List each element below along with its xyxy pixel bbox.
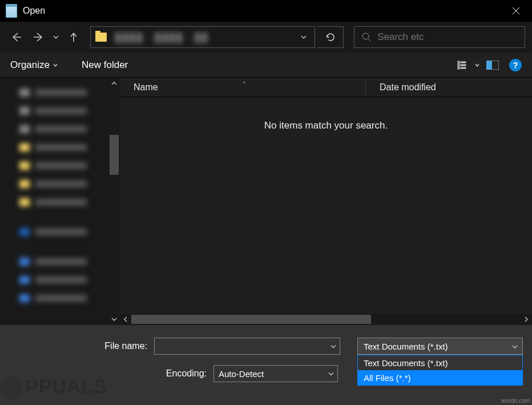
address-path: ████ › ████ › ██	[115, 33, 297, 42]
scrollbar-track[interactable]	[131, 314, 521, 325]
chevron-down-icon	[53, 63, 58, 67]
window-title: Open	[23, 6, 500, 16]
folder-icon	[95, 33, 107, 42]
navigation-bar: ████ › ████ › ██	[0, 22, 532, 53]
scroll-left-button[interactable]	[120, 314, 131, 325]
filetype-select[interactable]: Text Documents (*.txt)	[357, 338, 523, 355]
chevron-up-icon	[111, 81, 117, 86]
sidebar-item[interactable]	[0, 193, 120, 211]
scroll-down-button[interactable]	[108, 314, 120, 325]
organize-label: Organize	[10, 59, 50, 71]
chevron-right-icon	[523, 316, 529, 322]
close-icon	[512, 7, 520, 15]
svg-rect-7	[458, 61, 460, 69]
arrow-left-icon	[10, 30, 23, 44]
chevron-down-icon	[111, 316, 117, 322]
refresh-button[interactable]	[317, 26, 344, 48]
address-history-button[interactable]	[297, 34, 310, 40]
search-icon	[361, 32, 370, 42]
source-credit: wsxdn.com	[501, 398, 530, 404]
recent-locations-button[interactable]	[50, 27, 62, 47]
filename-label: File name:	[8, 341, 154, 351]
notepad-app-icon	[6, 4, 17, 18]
filetype-filter: Text Documents (*.txt) Text Documents (*…	[357, 338, 523, 386]
filetype-option-all[interactable]: All Files (*.*)	[358, 370, 522, 385]
horizontal-scrollbar[interactable]	[120, 314, 532, 325]
sidebar-scrollbar[interactable]	[108, 78, 120, 325]
preview-pane-icon	[486, 61, 499, 70]
arrow-up-icon	[68, 31, 79, 43]
filename-input[interactable]	[154, 338, 340, 355]
filetype-dropdown-list: Text Documents (*.txt) All Files (*.*)	[357, 355, 523, 386]
forward-button[interactable]	[29, 27, 48, 47]
chevron-left-icon	[123, 316, 128, 322]
encoding-select[interactable]: Auto-Detect	[213, 365, 338, 382]
sidebar-item[interactable]	[0, 157, 120, 175]
filename-history-button[interactable]	[331, 342, 336, 351]
column-name-label: Name	[134, 82, 158, 92]
address-bar[interactable]: ████ › ████ › ██	[90, 26, 315, 48]
svg-point-5	[362, 33, 369, 39]
scroll-up-button[interactable]	[108, 78, 120, 89]
svg-rect-9	[461, 65, 466, 66]
new-folder-button[interactable]: New folder	[82, 59, 128, 71]
column-headers: ˄ Name Date modified	[120, 78, 532, 97]
scrollbar-thumb[interactable]	[131, 315, 371, 324]
title-bar: Open	[0, 0, 532, 22]
help-icon: ?	[513, 60, 518, 70]
sidebar-item[interactable]	[0, 252, 120, 271]
filetype-option-txt[interactable]: Text Documents (*.txt)	[358, 355, 522, 370]
arrow-right-icon	[31, 30, 45, 44]
file-list-area: ˄ Name Date modified No items match your…	[120, 78, 532, 325]
svg-line-6	[368, 39, 370, 42]
watermark: PPUALS	[0, 375, 107, 399]
view-dropdown-button[interactable]	[473, 57, 482, 73]
column-header-name[interactable]: ˄ Name	[120, 82, 365, 93]
search-box[interactable]	[354, 26, 525, 48]
sidebar-item[interactable]	[0, 83, 120, 102]
sidebar-item[interactable]	[0, 289, 120, 307]
sidebar-item[interactable]	[0, 102, 120, 120]
chevron-down-icon	[512, 344, 518, 350]
scrollbar-track[interactable]	[108, 89, 120, 314]
chevron-down-icon	[328, 371, 334, 377]
scrollbar-thumb[interactable]	[110, 135, 119, 175]
view-list-icon	[457, 60, 467, 70]
back-button[interactable]	[7, 27, 26, 47]
empty-state-message: No items match your search.	[120, 97, 532, 314]
command-toolbar: Organize New folder ?	[0, 53, 532, 78]
chevron-down-icon	[475, 63, 479, 67]
svg-rect-10	[461, 67, 466, 69]
sidebar-item[interactable]	[0, 175, 120, 193]
search-input[interactable]	[377, 31, 518, 43]
chevron-down-icon	[301, 34, 307, 40]
navigation-sidebar[interactable]	[0, 78, 120, 325]
sidebar-item[interactable]	[0, 120, 120, 138]
svg-rect-12	[486, 61, 492, 70]
chevron-down-icon	[53, 34, 59, 40]
scroll-right-button[interactable]	[521, 314, 532, 325]
preview-pane-button[interactable]	[484, 57, 501, 73]
close-button[interactable]	[500, 0, 532, 22]
encoding-value: Auto-Detect	[219, 369, 264, 379]
chevron-down-icon	[331, 344, 336, 350]
sidebar-item[interactable]	[0, 223, 120, 241]
bottom-panel: PPUALS File name: Encoding: Auto-Detect …	[0, 325, 532, 405]
filetype-selected: Text Documents (*.txt)	[364, 342, 448, 351]
change-view-button[interactable]	[453, 57, 470, 73]
sidebar-item[interactable]	[0, 138, 120, 157]
dialog-body: ˄ Name Date modified No items match your…	[0, 78, 532, 325]
sidebar-item[interactable]	[0, 271, 120, 289]
up-button[interactable]	[64, 27, 83, 47]
refresh-icon	[325, 32, 336, 42]
help-button[interactable]: ?	[509, 59, 522, 71]
sort-indicator-icon: ˄	[243, 81, 246, 89]
organize-menu[interactable]: Organize	[10, 59, 58, 71]
column-header-date[interactable]: Date modified	[366, 82, 532, 93]
svg-rect-8	[461, 62, 466, 63]
